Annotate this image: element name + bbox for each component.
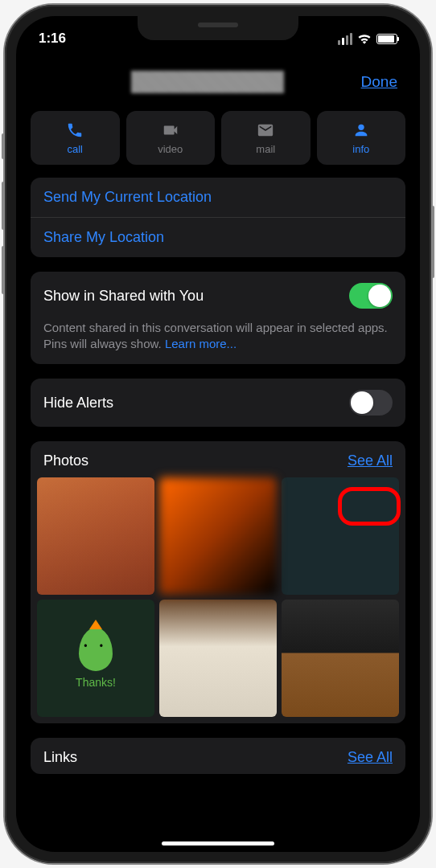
power-button[interactable] xyxy=(431,206,434,278)
photo-thumbnail[interactable] xyxy=(37,477,154,595)
links-title: Links xyxy=(43,749,77,766)
photo-thumbnail[interactable] xyxy=(282,600,399,717)
info-label: info xyxy=(352,143,369,155)
location-card: Send My Current Location Share My Locati… xyxy=(31,178,405,257)
volume-up-button[interactable] xyxy=(2,182,5,230)
photo-thumbnail[interactable] xyxy=(282,477,399,595)
svg-point-0 xyxy=(358,125,364,130)
hide-alerts-card: Hide Alerts xyxy=(31,379,405,427)
mail-button[interactable]: mail xyxy=(221,111,311,165)
notch xyxy=(138,16,298,40)
call-button[interactable]: call xyxy=(31,111,120,165)
shared-with-you-card: Show in Shared with You Content shared i… xyxy=(31,272,405,364)
info-button[interactable]: info xyxy=(317,111,406,165)
links-header: Links See All xyxy=(31,738,405,774)
photos-see-all[interactable]: See All xyxy=(348,452,393,469)
content: Done call video mail info xyxy=(16,51,420,774)
mail-label: mail xyxy=(256,143,275,155)
photo-thumbnail[interactable]: Thanks! xyxy=(37,600,154,717)
sticker-icon xyxy=(79,628,113,671)
home-indicator[interactable] xyxy=(162,841,274,845)
photo-thumbnail[interactable] xyxy=(159,477,277,595)
photo-grid: Thanks! xyxy=(31,477,405,723)
info-icon xyxy=(352,121,371,140)
done-button[interactable]: Done xyxy=(361,73,397,91)
photos-title: Photos xyxy=(43,452,88,469)
phone-icon xyxy=(65,121,84,140)
status-right xyxy=(338,33,397,45)
photos-card: Photos See All Thanks! xyxy=(31,441,405,723)
learn-more-link[interactable]: Learn more... xyxy=(165,337,237,350)
links-see-all[interactable]: See All xyxy=(348,749,393,766)
links-card: Links See All xyxy=(31,738,405,774)
action-row: call video mail info xyxy=(31,103,405,178)
contact-name-redacted xyxy=(131,71,284,93)
video-button[interactable]: video xyxy=(126,111,216,165)
title-row: Done xyxy=(31,51,405,103)
shared-with-you-toggle[interactable] xyxy=(349,283,393,309)
wifi-icon xyxy=(357,33,372,44)
share-my-location[interactable]: Share My Location xyxy=(31,218,405,257)
call-label: call xyxy=(67,143,83,155)
mail-icon xyxy=(256,121,275,140)
silence-switch[interactable] xyxy=(2,133,5,159)
phone-screen: 1:16 Done call video xyxy=(16,16,420,852)
hide-alerts-toggle[interactable] xyxy=(349,390,393,416)
thanks-label: Thanks! xyxy=(76,676,116,689)
phone-frame: 1:16 Done call video xyxy=(5,5,431,863)
photo-thumbnail[interactable] xyxy=(159,600,277,717)
hide-alerts-label: Hide Alerts xyxy=(43,395,113,411)
status-time: 1:16 xyxy=(39,31,66,47)
shared-with-you-row: Show in Shared with You xyxy=(31,272,405,320)
volume-down-button[interactable] xyxy=(2,246,5,294)
video-icon xyxy=(161,121,180,140)
hide-alerts-row: Hide Alerts xyxy=(31,379,405,427)
video-label: video xyxy=(158,143,183,155)
shared-with-you-label: Show in Shared with You xyxy=(43,288,204,305)
shared-with-you-desc: Content shared in this conversation will… xyxy=(31,320,405,364)
cellular-signal-icon xyxy=(338,33,352,45)
send-current-location[interactable]: Send My Current Location xyxy=(31,178,405,218)
battery-icon xyxy=(376,34,397,44)
photos-header: Photos See All xyxy=(31,441,405,477)
